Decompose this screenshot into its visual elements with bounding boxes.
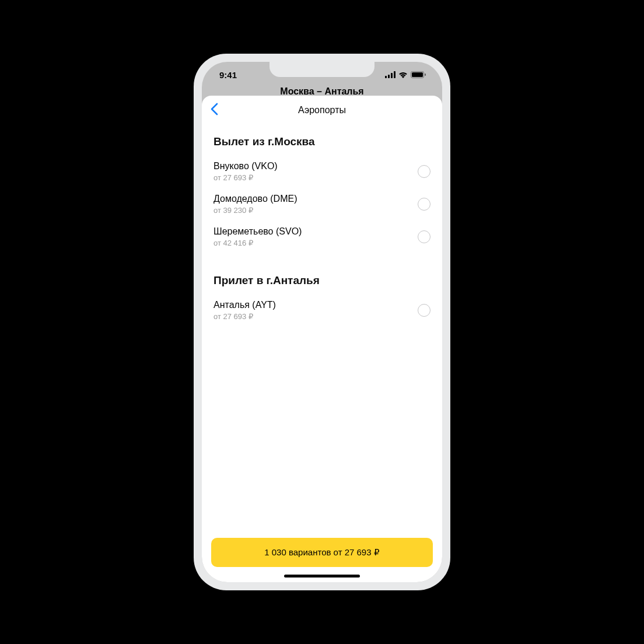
- notch: [270, 62, 374, 77]
- phone-frame: 9:41 Москва – Анталья: [194, 54, 450, 590]
- content-scroll[interactable]: Вылет из г.Москва Внуково (VKO) от 27 69…: [202, 125, 442, 528]
- airport-row-ayt[interactable]: Анталья (AYT) от 27 693 ₽: [214, 294, 430, 327]
- svg-rect-1: [388, 75, 390, 78]
- sheet-header: Аэропорты: [202, 96, 442, 125]
- airport-row-vko[interactable]: Внуково (VKO) от 27 693 ₽: [214, 155, 430, 188]
- svg-rect-0: [385, 76, 387, 78]
- battery-icon: [411, 70, 426, 80]
- airport-row-svo[interactable]: Шереметьево (SVO) от 42 416 ₽: [214, 220, 430, 253]
- airport-row-text: Анталья (AYT) от 27 693 ₽: [214, 300, 276, 321]
- wifi-icon: [398, 70, 408, 80]
- sheet-title: Аэропорты: [298, 105, 346, 116]
- signal-icon: [385, 70, 396, 80]
- airport-price: от 39 230 ₽: [214, 206, 297, 215]
- radio-unchecked-icon[interactable]: [418, 165, 430, 178]
- airport-price: от 27 693 ₽: [214, 312, 276, 321]
- cta-label: 1 030 вариантов от 27 693 ₽: [264, 547, 379, 558]
- home-indicator[interactable]: [284, 575, 360, 578]
- svg-rect-6: [425, 74, 426, 76]
- airport-price: от 27 693 ₽: [214, 173, 278, 182]
- svg-rect-2: [391, 73, 393, 78]
- radio-unchecked-icon[interactable]: [418, 198, 430, 211]
- airport-name: Анталья (AYT): [214, 300, 276, 310]
- section-gap: [214, 253, 430, 267]
- status-time: 9:41: [219, 70, 237, 80]
- screen: 9:41 Москва – Анталья: [202, 62, 442, 582]
- modal-sheet: Аэропорты Вылет из г.Москва Внуково (VKO…: [202, 96, 442, 582]
- chevron-left-icon: [210, 103, 218, 118]
- status-right: [385, 70, 426, 80]
- svg-rect-3: [394, 71, 396, 78]
- airport-name: Домодедово (DME): [214, 194, 297, 204]
- airport-row-text: Внуково (VKO) от 27 693 ₽: [214, 161, 278, 182]
- radio-unchecked-icon[interactable]: [418, 304, 430, 317]
- airport-name: Внуково (VKO): [214, 161, 278, 172]
- svg-rect-5: [412, 72, 423, 77]
- show-results-button[interactable]: 1 030 вариантов от 27 693 ₽: [211, 538, 433, 567]
- radio-unchecked-icon[interactable]: [418, 230, 430, 243]
- back-button[interactable]: [210, 96, 218, 125]
- airport-price: от 42 416 ₽: [214, 239, 302, 247]
- airport-row-text: Домодедово (DME) от 39 230 ₽: [214, 194, 297, 215]
- arrival-section-title: Прилет в г.Анталья: [214, 274, 430, 287]
- departure-section-title: Вылет из г.Москва: [214, 135, 430, 148]
- airport-name: Шереметьево (SVO): [214, 226, 302, 237]
- airport-row-dme[interactable]: Домодедово (DME) от 39 230 ₽: [214, 188, 430, 220]
- airport-row-text: Шереметьево (SVO) от 42 416 ₽: [214, 226, 302, 247]
